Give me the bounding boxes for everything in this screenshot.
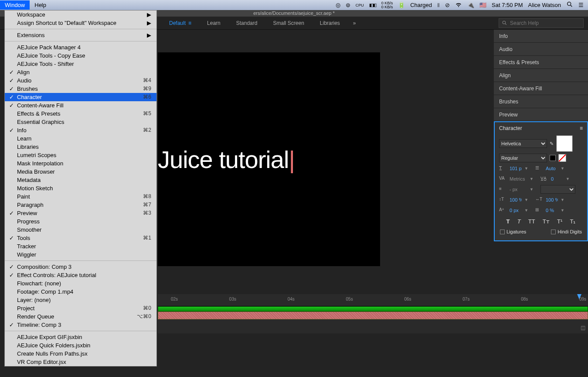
tsume-input[interactable] — [546, 206, 558, 215]
hscale-input[interactable] — [546, 195, 558, 204]
panel-tab[interactable]: Align — [494, 69, 588, 82]
menu-item[interactable]: Render Queue⌥⌘0 — [5, 312, 156, 321]
stroke-style-select[interactable] — [540, 185, 575, 194]
workspace-tab[interactable]: Learn — [199, 20, 228, 26]
settings-icon[interactable]: ⫴ — [437, 2, 440, 9]
menu-item[interactable]: Align — [5, 68, 156, 76]
time-ruler[interactable]: 02s03s04s05s06s07s08s09s — [158, 294, 588, 306]
menu-item[interactable]: Content-Aware Fill — [5, 101, 156, 110]
ligatures-checkbox[interactable]: Ligatures — [500, 229, 526, 234]
menu-item[interactable]: Timeline: Comp 3 — [5, 321, 156, 329]
kerning-input[interactable] — [510, 175, 527, 183]
panel-tab[interactable]: Effects & Presets — [494, 56, 588, 69]
font-family-select[interactable]: Helvetica — [499, 139, 547, 148]
user-label[interactable]: Alice Watson — [528, 2, 561, 8]
composition-viewer[interactable]: Juice tutorial| — [158, 52, 380, 266]
menu-item[interactable]: Character⌘6 — [5, 93, 156, 101]
menu-item[interactable]: AEJuice Pack Manager 4 — [5, 43, 156, 51]
panel-tab[interactable]: Brushes — [494, 95, 588, 108]
font-size-input[interactable] — [510, 164, 522, 173]
menu-item[interactable]: AEJuice Export GIF.jsxbin — [5, 333, 156, 341]
disk-icon[interactable]: ▮▯▮▯ — [369, 3, 376, 7]
menu-item[interactable]: Tracker — [5, 242, 156, 250]
menu-item[interactable]: Paragraph⌘7 — [5, 201, 156, 209]
menu-item[interactable]: Audio⌘4 — [5, 76, 156, 85]
hindi-digits-checkbox[interactable]: Hindi Digits — [551, 229, 582, 234]
power-icon[interactable]: 🔌 — [467, 2, 474, 8]
dnd-icon[interactable]: ⊘ — [445, 2, 450, 8]
menu-item[interactable]: Workspace▶ — [5, 10, 156, 19]
menu-item[interactable]: Flowchart: (none) — [5, 279, 156, 288]
menu-item[interactable]: Learn — [5, 134, 156, 143]
panel-tab[interactable]: Preview — [494, 108, 588, 121]
menu-window[interactable]: Window — [0, 0, 30, 10]
vscale-input[interactable] — [510, 195, 522, 204]
composition-text-layer[interactable]: Juice tutorial| — [158, 145, 295, 174]
menu-item[interactable]: Libraries — [5, 143, 156, 151]
battery-icon[interactable]: 🔋 — [398, 2, 405, 8]
control-center-icon[interactable]: ☰ — [578, 2, 584, 8]
eyedropper-icon[interactable]: ✎ — [550, 141, 554, 147]
workspace-tab[interactable]: Libraries — [312, 20, 348, 26]
panel-tab[interactable]: Audio — [494, 43, 588, 56]
character-panel-title[interactable]: Character — [499, 125, 522, 131]
fill-color-swatch[interactable] — [556, 135, 573, 152]
timeline-nav-icon[interactable]: ◫ — [581, 325, 586, 330]
allcaps-button[interactable]: TT — [528, 218, 535, 225]
menu-item[interactable]: Brushes⌘9 — [5, 85, 156, 93]
menu-item[interactable]: AEJuice Tools - Copy Ease — [5, 51, 156, 60]
no-stroke-icon[interactable] — [558, 154, 566, 162]
workspace-tab[interactable]: Default — [161, 20, 199, 26]
sync-icon[interactable]: ⊚ — [346, 2, 350, 8]
menu-item[interactable]: Mask Interpolation — [5, 159, 156, 168]
menu-item[interactable]: Preview⌘3 — [5, 209, 156, 217]
leading-input[interactable] — [546, 164, 558, 173]
menu-item[interactable]: Motion Sketch — [5, 184, 156, 192]
work-area-bar[interactable] — [158, 306, 588, 312]
superscript-button[interactable]: T¹ — [557, 218, 562, 225]
menu-item[interactable]: Smoother — [5, 226, 156, 234]
flag-icon[interactable]: 🇺🇸 — [479, 2, 486, 8]
panel-tab[interactable]: Content-Aware Fill — [494, 82, 588, 95]
menu-item[interactable]: AEJuice Tools - Shifter — [5, 60, 156, 68]
workspace-tab[interactable]: Small Screen — [265, 20, 312, 26]
menu-item[interactable]: Create Nulls From Paths.jsx — [5, 350, 156, 358]
workspace-overflow-icon[interactable]: » — [353, 20, 356, 26]
help-search-input[interactable] — [510, 20, 581, 26]
menu-item[interactable]: AEJuice Quick Folders.jsxbin — [5, 341, 156, 350]
clock-label[interactable]: Sat 7:50 PM — [492, 2, 523, 8]
menu-item[interactable]: Lumetri Scopes — [5, 151, 156, 159]
menu-item[interactable]: Layer: (none) — [5, 296, 156, 304]
menu-item[interactable]: Project⌘0 — [5, 304, 156, 312]
panel-tab[interactable]: Info — [494, 30, 588, 43]
menu-item[interactable]: Effects & Presets⌘5 — [5, 110, 156, 118]
tracking-input[interactable] — [551, 175, 563, 183]
smallcaps-button[interactable]: Tᴛ — [543, 218, 550, 225]
cpu-icon[interactable]: CPU — [356, 3, 364, 7]
panel-menu-icon[interactable]: ≡ — [580, 125, 583, 131]
help-search[interactable] — [499, 18, 584, 28]
menu-help[interactable]: Help — [30, 0, 51, 10]
menu-item[interactable]: Metadata — [5, 176, 156, 184]
menu-item[interactable]: Wiggler — [5, 250, 156, 259]
cc-icon[interactable]: ◎ — [336, 2, 340, 8]
workspace-tab[interactable]: Standard — [228, 20, 265, 26]
menu-item[interactable]: VR Comp Editor.jsx — [5, 358, 156, 366]
menu-item[interactable]: Composition: Comp 3 — [5, 263, 156, 271]
spotlight-icon[interactable] — [566, 1, 573, 9]
menu-item[interactable]: Progress — [5, 217, 156, 226]
timeline-panel[interactable]: 02s03s04s05s06s07s08s09s — [158, 294, 588, 333]
menu-item[interactable]: Paint⌘8 — [5, 192, 156, 201]
small-swatch-icon[interactable] — [550, 155, 556, 161]
menu-item[interactable]: Tools⌘1 — [5, 234, 156, 242]
wifi-icon[interactable] — [455, 1, 462, 9]
baseline-input[interactable] — [510, 206, 522, 215]
menu-item[interactable]: Effect Controls: AEJuice tutorial — [5, 271, 156, 279]
italic-button[interactable]: T — [517, 218, 521, 225]
subscript-button[interactable]: T₁ — [570, 218, 575, 225]
menu-item[interactable]: Footage: Comp 1.mp4 — [5, 288, 156, 296]
menu-item[interactable]: Info⌘2 — [5, 126, 156, 134]
bold-button[interactable]: T — [506, 218, 510, 225]
stroke-width-input[interactable] — [510, 185, 527, 194]
menu-item[interactable]: Essential Graphics — [5, 118, 156, 126]
